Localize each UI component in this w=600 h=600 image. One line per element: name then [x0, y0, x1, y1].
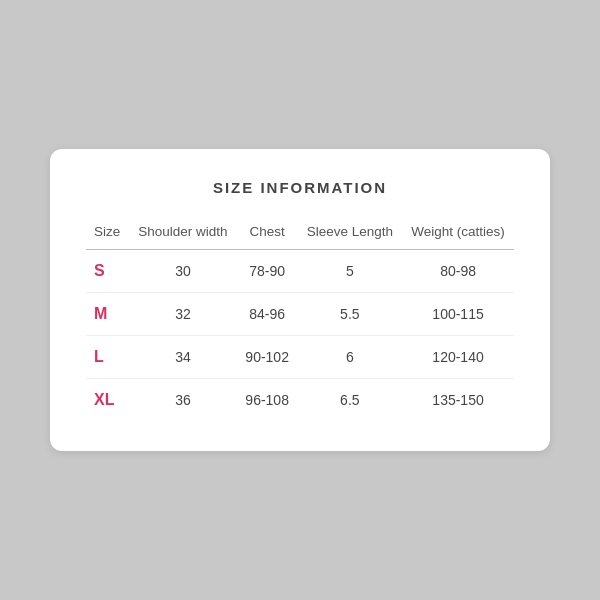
cell-weight-3: 135-150 — [402, 379, 514, 422]
table-row: M3284-965.5100-115 — [86, 293, 514, 336]
col-header-shoulder: Shoulder width — [129, 218, 237, 250]
cell-sleeve-1: 5.5 — [298, 293, 403, 336]
cell-size-2: L — [86, 336, 129, 379]
table-row: L3490-1026120-140 — [86, 336, 514, 379]
cell-weight-0: 80-98 — [402, 250, 514, 293]
cell-shoulder-1: 32 — [129, 293, 237, 336]
cell-size-1: M — [86, 293, 129, 336]
size-table: Size Shoulder width Chest Sleeve Length … — [86, 218, 514, 421]
cell-size-3: XL — [86, 379, 129, 422]
table-body: S3078-90580-98M3284-965.5100-115L3490-10… — [86, 250, 514, 422]
cell-sleeve-0: 5 — [298, 250, 403, 293]
col-header-weight: Weight (catties) — [402, 218, 514, 250]
cell-weight-1: 100-115 — [402, 293, 514, 336]
cell-shoulder-0: 30 — [129, 250, 237, 293]
col-header-sleeve: Sleeve Length — [298, 218, 403, 250]
cell-chest-3: 96-108 — [237, 379, 298, 422]
cell-chest-2: 90-102 — [237, 336, 298, 379]
table-row: XL3696-1086.5135-150 — [86, 379, 514, 422]
cell-sleeve-2: 6 — [298, 336, 403, 379]
cell-sleeve-3: 6.5 — [298, 379, 403, 422]
cell-shoulder-3: 36 — [129, 379, 237, 422]
table-row: S3078-90580-98 — [86, 250, 514, 293]
table-header: Size Shoulder width Chest Sleeve Length … — [86, 218, 514, 250]
cell-size-0: S — [86, 250, 129, 293]
card-title: SIZE INFORMATION — [86, 179, 514, 196]
cell-shoulder-2: 34 — [129, 336, 237, 379]
cell-weight-2: 120-140 — [402, 336, 514, 379]
cell-chest-1: 84-96 — [237, 293, 298, 336]
size-info-card: SIZE INFORMATION Size Shoulder width Che… — [50, 149, 550, 451]
col-header-chest: Chest — [237, 218, 298, 250]
col-header-size: Size — [86, 218, 129, 250]
cell-chest-0: 78-90 — [237, 250, 298, 293]
